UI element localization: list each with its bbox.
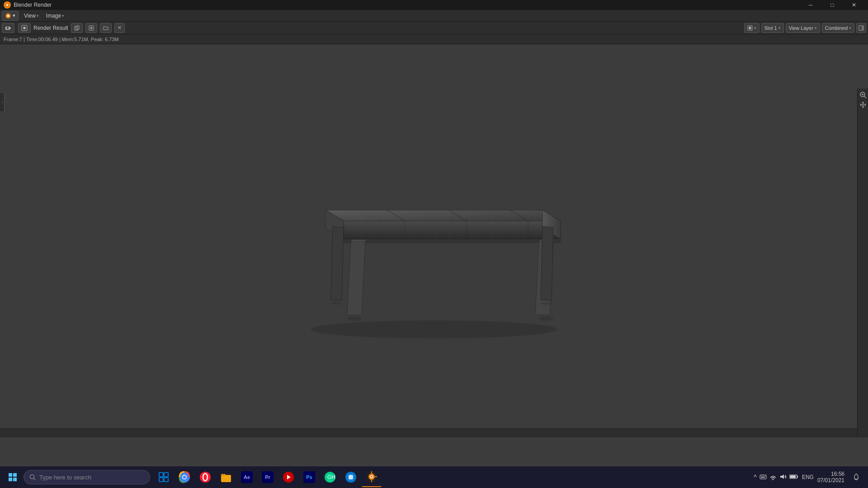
svg-rect-101	[790, 475, 796, 478]
svg-marker-51	[331, 226, 344, 300]
menu-image[interactable]: Image ▾	[42, 10, 68, 21]
status-text: Frame:7 | Time:00:06.49 | Mem:5.71M, Pea…	[4, 37, 119, 42]
menu-view[interactable]: View ▾	[20, 10, 42, 21]
svg-text:GH: GH	[327, 474, 335, 480]
taskbar-red-app[interactable]	[278, 467, 298, 487]
svg-point-65	[30, 475, 34, 479]
pan-tool-btn[interactable]	[859, 100, 868, 109]
start-button[interactable]	[4, 468, 22, 486]
svg-rect-68	[164, 473, 168, 477]
svg-rect-63	[9, 478, 12, 481]
taskbar-ae[interactable]: Ae	[237, 467, 257, 487]
render-icon-btn[interactable]	[18, 23, 31, 33]
svg-rect-91	[760, 475, 766, 479]
maximize-button[interactable]: □	[822, 0, 843, 10]
taskbar-apps: Ae Pr Ps	[154, 467, 382, 487]
svg-point-87	[371, 476, 373, 478]
toolbar-right: ▾ Slot 1 ▾ View Layer ▾ Combined ▾	[744, 23, 867, 33]
clock-time: 16:56	[817, 471, 844, 477]
blender-menu-icon[interactable]: ▾	[2, 11, 19, 21]
window-title: Blender Render	[14, 2, 52, 8]
svg-line-66	[34, 479, 36, 480]
minimize-button[interactable]: ─	[800, 0, 821, 10]
svg-marker-48	[351, 240, 367, 241]
copy-btn[interactable]	[71, 23, 83, 33]
title-bar: Blender Render ─ □ ✕	[0, 0, 868, 10]
svg-rect-17	[862, 26, 863, 30]
svg-point-15	[749, 27, 751, 29]
taskbar-blender[interactable]	[362, 467, 382, 487]
svg-marker-52	[541, 226, 553, 300]
svg-rect-69	[159, 478, 163, 482]
svg-rect-62	[13, 473, 17, 477]
sidebar-toggle-btn[interactable]	[856, 23, 866, 33]
svg-rect-61	[9, 473, 12, 477]
taskbar-file-explorer[interactable]	[216, 467, 236, 487]
svg-marker-46	[344, 239, 561, 243]
svg-point-97	[772, 479, 774, 480]
render-display-btn[interactable]: ▾	[744, 23, 760, 33]
render-table-svg	[253, 163, 615, 344]
svg-point-54	[539, 316, 553, 321]
svg-point-31	[311, 320, 557, 338]
svg-point-73	[183, 476, 186, 479]
blender-title-icon	[4, 1, 11, 9]
menu-bar: ▾ View ▾ Image ▾	[0, 10, 868, 22]
svg-point-8	[23, 27, 26, 29]
zoom-tool-btn[interactable]	[859, 90, 868, 99]
toolbar: Render Result ✕ ▾	[0, 22, 868, 34]
render-viewport: ›	[0, 44, 868, 463]
right-tools-panel	[857, 89, 868, 437]
svg-marker-5	[10, 27, 11, 29]
taskbar-search-bar[interactable]: Type here to search	[24, 470, 150, 484]
title-bar-controls: ─ □ ✕	[800, 0, 864, 10]
svg-marker-47	[347, 241, 365, 315]
tray-chevron[interactable]: ^	[754, 474, 757, 481]
tray-network[interactable]	[769, 473, 777, 482]
taskbar-search-placeholder: Type here to search	[39, 474, 91, 481]
render-content	[0, 44, 868, 463]
svg-rect-83	[349, 475, 353, 479]
taskbar-blue-app[interactable]	[341, 467, 361, 487]
svg-rect-94	[764, 476, 764, 477]
tray-battery[interactable]	[789, 473, 798, 482]
taskbar-chrome[interactable]	[175, 467, 194, 487]
slot-btn[interactable]: Slot 1 ▾	[761, 23, 784, 33]
svg-rect-70	[164, 478, 168, 482]
left-sidebar-toggle[interactable]: ›	[0, 93, 5, 111]
notification-button[interactable]	[848, 469, 864, 485]
taskbar-ps[interactable]: Ps	[299, 467, 319, 487]
folder-btn[interactable]	[100, 23, 112, 33]
render-result-label: Render Result	[33, 25, 68, 31]
view-layer-btn[interactable]: View Layer ▾	[786, 23, 820, 33]
taskbar-green-app[interactable]: GH	[320, 467, 340, 487]
svg-point-3	[7, 14, 9, 17]
svg-point-56	[541, 302, 552, 305]
taskbar-task-view[interactable]	[154, 467, 174, 487]
close-render-btn[interactable]: ✕	[114, 23, 125, 33]
svg-rect-77	[221, 474, 226, 476]
close-button[interactable]: ✕	[844, 0, 864, 10]
toolbar-left	[2, 23, 14, 33]
new-btn[interactable]	[85, 23, 97, 33]
svg-rect-95	[765, 476, 766, 477]
clock[interactable]: 16:56 07/01/2021	[817, 471, 844, 483]
camera-icon-btn[interactable]	[2, 23, 14, 33]
svg-rect-67	[159, 473, 163, 477]
svg-rect-92	[761, 476, 762, 477]
taskbar-right: ^	[754, 469, 864, 485]
svg-rect-96	[761, 477, 765, 478]
svg-point-53	[347, 316, 362, 321]
svg-marker-98	[780, 474, 784, 479]
language-label[interactable]: ENG	[802, 474, 814, 480]
title-bar-left: Blender Render	[4, 1, 52, 9]
taskbar-pr[interactable]: Pr	[258, 467, 278, 487]
tray-keyboard[interactable]	[760, 473, 767, 482]
viewport-bottom-bar	[0, 428, 857, 437]
svg-rect-93	[762, 476, 763, 477]
tray-volume[interactable]	[779, 473, 787, 482]
status-bar: Frame:7 | Time:00:06.49 | Mem:5.71M, Pea…	[0, 34, 868, 44]
combined-btn[interactable]: Combined ▾	[822, 23, 854, 33]
svg-point-6	[7, 27, 9, 29]
taskbar-opera[interactable]	[195, 467, 215, 487]
